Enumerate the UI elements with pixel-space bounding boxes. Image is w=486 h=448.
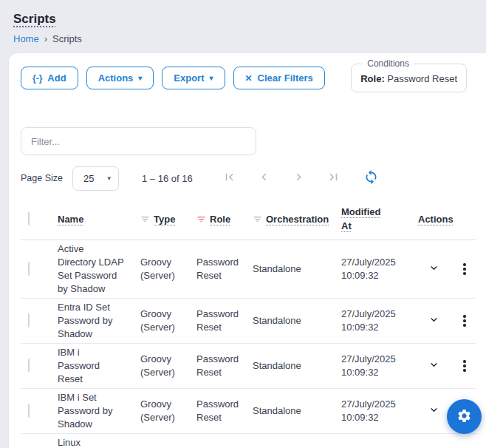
previous-page-button[interactable] <box>255 169 274 188</box>
row-checkbox[interactable] <box>28 404 30 418</box>
condition-role-value: Password Reset <box>387 73 457 84</box>
chevron-down-icon: ▾ <box>210 74 213 82</box>
chevron-down-icon: ▾ <box>138 74 142 82</box>
export-button[interactable]: Export ▾ <box>162 67 225 89</box>
breadcrumb-home-link[interactable]: Home <box>13 33 39 44</box>
chevron-right-icon <box>292 170 306 186</box>
cell-role: Password Reset <box>196 306 253 336</box>
row-menu-button[interactable] <box>455 259 474 279</box>
table-row: IBM i Password Reset Groovy (Server) Pas… <box>21 344 476 389</box>
cell-type: Groovy (Server) <box>140 306 196 336</box>
cell-role: Password Reset <box>196 396 253 426</box>
add-button-label: Add <box>47 72 66 84</box>
filter-input[interactable] <box>21 127 256 155</box>
conditions-panel: Conditions Role: Password Reset <box>351 58 467 92</box>
row-checkbox[interactable] <box>28 262 30 276</box>
chevron-down-icon <box>428 262 440 276</box>
kebab-menu-icon <box>463 315 465 326</box>
pagination-range: 1 – 16 of 16 <box>142 173 193 184</box>
column-header-orchestration[interactable]: Orchestration <box>253 212 341 226</box>
refresh-button[interactable] <box>361 168 382 189</box>
table-row: Linux Password Reset by Account Itself S… <box>21 434 476 448</box>
first-page-button[interactable] <box>220 169 239 188</box>
add-button[interactable]: {-} Add <box>21 67 78 89</box>
cell-modified-at: 27/July/2025 10:09:32 <box>341 351 418 381</box>
filter-icon[interactable] <box>140 214 150 224</box>
cell-modified-at: 27/July/2025 10:09:32 <box>341 396 418 426</box>
table-body: Active Directory LDAP Set Password by Sh… <box>21 240 476 448</box>
first-page-icon <box>222 170 236 186</box>
cell-type: Groovy (Server) <box>140 351 196 381</box>
row-checkbox[interactable] <box>28 359 30 373</box>
row-checkbox[interactable] <box>28 313 30 327</box>
row-menu-button[interactable] <box>455 311 474 330</box>
actions-button-label: Actions <box>98 72 134 84</box>
breadcrumb-separator-icon: › <box>44 33 47 44</box>
kebab-menu-icon <box>463 263 465 274</box>
cell-name: Entra ID Set Password by Shadow <box>58 299 140 342</box>
cell-role: Password Reset <box>196 254 253 284</box>
column-header-type[interactable]: Type <box>140 212 196 226</box>
expand-row-button[interactable] <box>422 356 445 376</box>
close-icon: ✕ <box>245 73 253 84</box>
page-size-select[interactable]: 25 ▾ <box>72 166 119 191</box>
cell-name: Active Directory LDAP Set Password by Sh… <box>58 241 140 297</box>
cell-name: IBM i Set Password by Shadow <box>58 390 140 432</box>
table-row: Active Directory LDAP Set Password by Sh… <box>21 240 476 299</box>
column-header-role[interactable]: Role <box>196 212 253 226</box>
chevron-down-icon: ▾ <box>107 174 111 182</box>
last-page-icon <box>326 170 340 186</box>
table-row: Entra ID Set Password by Shadow Groovy (… <box>21 299 476 344</box>
expand-row-button[interactable] <box>422 259 445 279</box>
settings-fab-button[interactable] <box>447 399 482 434</box>
table-header-row: Name Type Role Orchestration Modified At… <box>21 200 476 240</box>
gear-icon <box>456 408 472 426</box>
cell-role: Password Reset <box>196 351 253 381</box>
page-size-label: Page Size <box>21 173 63 183</box>
cell-modified-at: 27/July/2025 10:09:32 <box>341 254 418 284</box>
cell-orchestration: Standalone <box>253 313 341 329</box>
chevron-down-icon <box>428 313 440 328</box>
page-size-value: 25 <box>83 173 94 184</box>
next-page-button[interactable] <box>290 169 309 188</box>
column-header-name[interactable]: Name <box>58 212 140 226</box>
filter-section <box>21 127 476 155</box>
select-all-checkbox[interactable] <box>28 211 30 225</box>
cell-name: Linux Password Reset by Account Itself <box>58 435 140 448</box>
expand-row-button[interactable] <box>422 311 445 330</box>
cell-orchestration: Standalone <box>253 403 341 419</box>
chevron-left-icon <box>257 170 271 186</box>
page-title: Scripts <box>13 12 56 27</box>
export-button-label: Export <box>174 72 204 84</box>
breadcrumb: Home › Scripts <box>13 33 486 44</box>
pagination-nav <box>220 169 343 188</box>
breadcrumb-current: Scripts <box>52 33 82 44</box>
expand-row-button[interactable] <box>422 401 445 421</box>
page-header: Scripts Home › Scripts <box>0 0 486 44</box>
cell-type: Groovy (Server) <box>140 396 196 426</box>
last-page-button[interactable] <box>324 169 343 188</box>
kebab-menu-icon <box>463 360 465 371</box>
filter-icon[interactable] <box>253 214 262 224</box>
cell-orchestration: Standalone <box>253 358 341 374</box>
chevron-down-icon <box>428 359 440 373</box>
column-header-modified-at[interactable]: Modified At <box>341 205 418 233</box>
pagination-bar: Page Size 25 ▾ 1 – 16 of 16 <box>21 165 476 191</box>
cell-type: Groovy (Server) <box>140 254 196 284</box>
filter-active-icon[interactable] <box>196 214 206 224</box>
conditions-legend: Conditions <box>363 58 413 69</box>
add-script-icon: {-} <box>32 73 42 84</box>
table-row: IBM i Set Password by Shadow Groovy (Ser… <box>21 389 476 434</box>
clear-filters-label: Clear Filters <box>258 72 313 84</box>
cell-name: IBM i Password Reset <box>58 345 140 387</box>
condition-role-label: Role: <box>360 73 385 84</box>
chevron-down-icon <box>428 404 440 418</box>
actions-button[interactable]: Actions ▾ <box>86 67 154 89</box>
refresh-icon <box>363 169 379 187</box>
toolbar: {-} Add Actions ▾ Export ▾ ✕ Clear Filte… <box>21 67 476 102</box>
row-menu-button[interactable] <box>455 356 474 376</box>
content-card: {-} Add Actions ▾ Export ▾ ✕ Clear Filte… <box>9 53 486 448</box>
cell-modified-at: 27/July/2025 10:09:32 <box>341 306 418 336</box>
clear-filters-button[interactable]: ✕ Clear Filters <box>233 67 325 89</box>
column-header-actions: Actions <box>418 212 485 226</box>
